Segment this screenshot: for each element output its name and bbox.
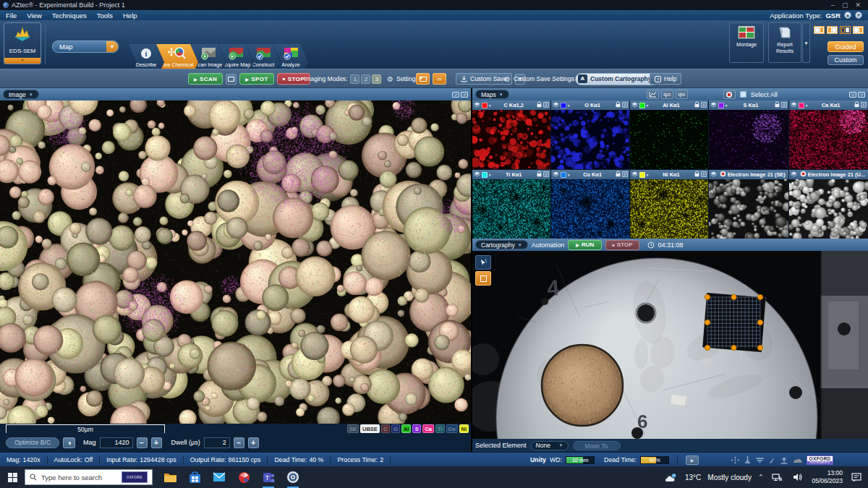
layers-icon[interactable]	[474, 102, 480, 109]
mag-input[interactable]: 1420	[100, 437, 133, 448]
red-app-icon[interactable]	[237, 470, 251, 484]
microsoft-store-icon[interactable]	[187, 470, 202, 484]
search-highlight-badge[interactable]: OXFORD	[122, 471, 148, 483]
move-to-button[interactable]: Move To	[573, 441, 621, 450]
map-canvas[interactable]	[472, 179, 550, 239]
layout-toggle-3-icon[interactable]	[840, 26, 851, 34]
volume-icon[interactable]	[791, 470, 805, 484]
stage-z-icon[interactable]	[744, 455, 752, 464]
map-canvas[interactable]	[789, 110, 868, 169]
layers-icon[interactable]	[631, 102, 638, 109]
layers-icon[interactable]	[710, 171, 717, 179]
lock-icon[interactable]	[616, 101, 621, 109]
start-button[interactable]	[0, 466, 25, 488]
vacuum-icon[interactable]	[755, 456, 765, 463]
snapshot-icon[interactable]	[416, 73, 430, 85]
menu-item-tools[interactable]: Tools	[97, 12, 113, 20]
network-icon[interactable]	[770, 470, 784, 484]
custom-button[interactable]: Custom	[827, 55, 864, 65]
automation-stop-button[interactable]: ■STOP	[605, 240, 639, 250]
file-explorer-icon[interactable]	[163, 470, 177, 484]
map-canvas[interactable]	[551, 179, 629, 239]
minimize-icon[interactable]: –	[831, 1, 835, 9]
sem-image-canvas[interactable]	[0, 100, 471, 424]
select-all-checkbox[interactable]	[740, 91, 746, 98]
maximize-panel-icon[interactable]: ↗	[461, 92, 468, 98]
layer-chip-co[interactable]: Co	[446, 424, 458, 433]
electron-detector-icon[interactable]	[723, 90, 736, 99]
eds-sem-button[interactable]: EDS-SEM ▾	[4, 22, 41, 64]
lock-icon[interactable]	[775, 101, 780, 109]
map-canvas[interactable]	[709, 179, 788, 239]
taskbar-search[interactable]: Type here to search OXFORD	[25, 469, 153, 485]
imaging-mode-3-button[interactable]: 3	[372, 74, 381, 84]
export-icon[interactable]	[543, 171, 549, 179]
export-icon[interactable]	[622, 102, 628, 109]
close-icon[interactable]: ✕	[855, 1, 861, 9]
map-tile-c-k-1-2[interactable]: ▾C Kα1,2	[472, 100, 550, 169]
selected-element-dropdown[interactable]: None ▼	[531, 441, 569, 450]
layer-chip-se[interactable]: SE	[347, 424, 359, 433]
map-tile-al-k-1[interactable]: ▾Al Kα1	[630, 100, 708, 169]
brightness-contrast-icon[interactable]: ◑	[63, 437, 75, 448]
map-color-chip[interactable]	[561, 103, 566, 108]
map-canvas[interactable]	[551, 110, 629, 169]
menu-item-view[interactable]: View	[27, 12, 41, 20]
maps-panel-selector[interactable]: Maps▼	[475, 90, 509, 99]
scan-button[interactable]: ▶SCAN	[188, 73, 223, 85]
stage-camera-view[interactable]	[472, 251, 868, 439]
teams-icon[interactable]: T	[261, 470, 276, 484]
app-type-down-button[interactable]: ▼	[855, 12, 862, 19]
map-color-chip[interactable]	[639, 172, 645, 178]
export-icon[interactable]	[861, 102, 867, 109]
export-icon[interactable]	[622, 171, 628, 179]
app-type-up-button[interactable]: ▲	[844, 12, 851, 19]
pointer-tool-button[interactable]	[475, 255, 491, 270]
mag-increase-button[interactable]: +	[151, 437, 162, 448]
map-tile-electron-image-21-u-[interactable]: Electron Image 21 (U...	[789, 170, 868, 239]
menu-item-techniques[interactable]: Techniques	[52, 12, 87, 20]
spot-button[interactable]: ▶SPOT	[239, 73, 273, 85]
layer-chip-c[interactable]: C	[381, 424, 390, 433]
export-icon[interactable]	[701, 102, 707, 109]
action-center-icon[interactable]	[849, 470, 864, 484]
export-icon[interactable]	[543, 102, 549, 109]
map-tile-s-k-1[interactable]: ▾S Kα1	[709, 100, 788, 169]
map-tile-ni-k-1[interactable]: ▾Ni Kα1	[630, 170, 708, 239]
map-tile-co-k-1[interactable]: ▾Co Kα1	[551, 170, 629, 239]
map-color-chip[interactable]	[482, 172, 488, 178]
menu-item-file[interactable]: File	[6, 12, 17, 20]
layout-toggle-4-icon[interactable]	[853, 26, 864, 34]
maximize-icon[interactable]: ▢	[842, 1, 848, 9]
map-canvas[interactable]	[630, 179, 708, 239]
report-results-dropdown[interactable]: ▼	[802, 22, 810, 63]
stage-dots-icon[interactable]	[731, 456, 740, 464]
layers-icon[interactable]	[791, 102, 797, 109]
layer-chip-ni[interactable]: Ni	[459, 424, 469, 433]
menu-item-help[interactable]: Help	[123, 12, 137, 20]
tray-chevron-icon[interactable]: ⌃	[758, 474, 764, 481]
weather-desc[interactable]: Mostly cloudy	[707, 474, 752, 481]
reduced-area-icon[interactable]	[226, 74, 237, 85]
map-canvas[interactable]	[630, 110, 708, 169]
optimize-bc-button[interactable]: Optimize B/C	[6, 437, 59, 448]
export-image-icon[interactable]: ⇨	[433, 73, 446, 85]
aztec-taskbar-icon[interactable]	[286, 470, 300, 484]
beam-icon[interactable]	[768, 456, 776, 464]
taskbar-clock[interactable]: 13:00 05/06/2023	[812, 469, 843, 484]
specimen-exchange-icon[interactable]	[780, 456, 788, 464]
cartography-panel-selector[interactable]: Cartography▼	[475, 240, 528, 249]
layer-chip-ca[interactable]: Ca	[422, 424, 434, 433]
lock-icon[interactable]	[616, 171, 621, 179]
montage-button[interactable]: Montage	[729, 22, 764, 63]
layer-chip-o[interactable]: O	[391, 424, 400, 433]
microscope-control-icon[interactable]: ▶	[686, 455, 699, 465]
quant-25-button[interactable]: q25	[661, 90, 673, 99]
layer-chip-ubse[interactable]: UBSE	[360, 424, 380, 433]
layers-icon[interactable]	[631, 171, 638, 179]
map-canvas[interactable]	[472, 110, 550, 169]
undock-panel-icon[interactable]: ↗	[452, 92, 459, 98]
eds-sem-expander[interactable]: ▾	[4, 58, 41, 64]
mode-dropdown[interactable]: Map ▼	[52, 40, 119, 53]
map-canvas[interactable]	[709, 110, 788, 169]
